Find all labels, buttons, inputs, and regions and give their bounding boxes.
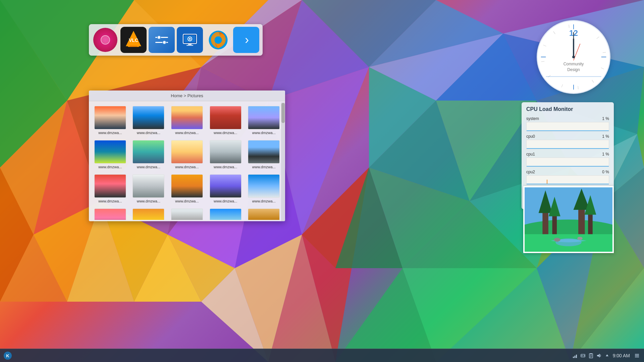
system-tray <box>572 353 610 359</box>
thumb-label-1: www.dmzwa... <box>137 131 160 135</box>
scrollbar[interactable] <box>281 103 285 221</box>
cpu-monitor-title: CPU Load Monitor <box>526 106 609 112</box>
thumb-label-13: www.dmzwa... <box>214 199 237 203</box>
clock-face: 12 Community Design <box>537 20 610 94</box>
cpu0-value: 1 % <box>602 134 609 139</box>
taskbar-time: 9:00 AM <box>613 353 630 358</box>
svg-line-77 <box>577 86 580 89</box>
cpu1-bar <box>526 158 609 167</box>
svg-point-107 <box>577 237 583 240</box>
dock-item-settings[interactable] <box>149 27 175 53</box>
cpu2-bar <box>526 175 609 185</box>
svg-line-82 <box>553 32 556 34</box>
file-thumb-8[interactable]: www.dmzwa... <box>208 139 244 170</box>
svg-marker-121 <box>597 354 600 358</box>
thumb-label-11: www.dmzwa... <box>137 199 160 203</box>
cpu0-label: cpu0 <box>526 134 535 139</box>
svg-line-81 <box>543 45 546 46</box>
clock-svg: 12 <box>538 21 609 93</box>
cpu-row-1: cpu1 1 % <box>526 152 609 167</box>
scroll-thumb[interactable] <box>281 103 285 123</box>
file-browser-window: Home > Pictures www.dmzwa...www.dmzwa...… <box>89 90 285 221</box>
taskbar-menu-icon[interactable] <box>634 353 640 359</box>
svg-line-78 <box>561 84 563 87</box>
thumb-label-12: www.dmzwa... <box>175 199 199 203</box>
clipboard-icon[interactable] <box>588 353 594 359</box>
taskbar-left: K <box>0 351 13 361</box>
clock-widget: 12 Community Design <box>537 20 610 94</box>
file-thumb-11[interactable]: www.dmzwa... <box>131 173 167 204</box>
dock-item-screenshot[interactable] <box>177 27 203 53</box>
svg-rect-65 <box>186 45 193 46</box>
svg-rect-111 <box>574 356 575 358</box>
dock-item-vlc[interactable]: VLC <box>120 27 147 53</box>
taskbar: K <box>0 349 644 362</box>
file-thumb-2[interactable]: www.dmzwa... <box>169 105 205 136</box>
svg-rect-123 <box>635 354 639 355</box>
dock-item-firefox[interactable] <box>205 27 231 53</box>
file-thumb-15[interactable]: www.dmzwa... <box>92 207 128 220</box>
file-thumb-0[interactable]: www.dmzwa... <box>92 105 128 136</box>
svg-rect-125 <box>635 357 639 357</box>
svg-line-76 <box>591 80 595 83</box>
svg-point-106 <box>554 238 560 242</box>
cpu2-value: 0 % <box>602 170 609 174</box>
thumb-label-8: www.dmzwa... <box>214 165 237 169</box>
file-browser-breadcrumb: Home > Pictures <box>89 90 285 101</box>
dock-item-media-player[interactable] <box>92 27 118 53</box>
file-thumb-13[interactable]: www.dmzwa... <box>208 173 244 204</box>
svg-rect-64 <box>188 44 192 45</box>
thumb-label-6: www.dmzwa... <box>137 165 160 169</box>
svg-rect-112 <box>576 355 577 358</box>
cpu-row-system: system 1 % <box>526 116 609 131</box>
svg-text:K: K <box>6 353 9 358</box>
cpu-row-2: cpu2 0 % <box>526 170 609 185</box>
volume-icon[interactable] <box>596 353 602 359</box>
cpu1-value: 1 % <box>602 152 609 157</box>
svg-point-92 <box>572 56 575 58</box>
svg-point-68 <box>214 36 222 44</box>
file-thumb-6[interactable]: www.dmzwa... <box>131 139 167 170</box>
file-thumb-19[interactable]: www.dmzwa... <box>246 207 282 220</box>
file-thumb-4[interactable]: www.dmzwa... <box>246 105 282 136</box>
photo-widget <box>523 186 614 253</box>
svg-rect-117 <box>590 353 592 354</box>
file-thumb-7[interactable]: www.dmzwa... <box>169 139 205 170</box>
file-thumb-1[interactable]: www.dmzwa... <box>131 105 167 136</box>
cpu-system-bar <box>526 122 609 131</box>
file-thumb-9[interactable]: www.dmzwa... <box>246 139 282 170</box>
clock-community-text: Community Design <box>538 61 609 73</box>
file-thumb-14[interactable]: www.dmzwa... <box>246 173 282 204</box>
svg-rect-110 <box>573 357 574 358</box>
file-thumb-10[interactable]: www.dmzwa... <box>92 173 128 204</box>
file-thumb-12[interactable]: www.dmzwa... <box>169 173 205 204</box>
cpu0-bar <box>526 140 609 149</box>
thumb-label-5: www.dmzwa... <box>98 165 122 169</box>
forest-svg <box>525 187 612 252</box>
thumb-label-7: www.dmzwa... <box>175 165 199 169</box>
svg-marker-122 <box>606 354 608 356</box>
more-icon: › <box>245 33 249 47</box>
svg-line-83 <box>568 25 571 28</box>
thumb-label-0: www.dmzwa... <box>98 131 122 135</box>
drive-icon[interactable] <box>580 353 586 359</box>
svg-point-63 <box>189 38 191 40</box>
file-thumb-17[interactable]: www.dmzwa... <box>169 207 205 220</box>
cpu-system-value: 1 % <box>602 116 609 121</box>
thumb-label-14: www.dmzwa... <box>252 199 276 203</box>
thumb-label-3: www.dmzwa... <box>214 131 237 135</box>
svg-line-73 <box>597 36 599 40</box>
taskbar-right: 9:00 AM <box>572 353 644 359</box>
dock-item-more[interactable]: › <box>233 27 259 53</box>
cpu1-label: cpu1 <box>526 152 535 157</box>
cpu-row-0: cpu0 1 % <box>526 134 609 149</box>
tray-expand-icon[interactable] <box>604 353 610 359</box>
svg-point-114 <box>584 355 585 356</box>
thumb-label-9: www.dmzwa... <box>252 165 276 169</box>
kde-logo-button[interactable]: K <box>3 351 13 361</box>
file-thumb-16[interactable]: www.dmzwa... <box>131 207 167 220</box>
file-thumb-18[interactable]: www.dmzwa... <box>208 207 244 220</box>
network-icon[interactable] <box>572 353 578 359</box>
file-thumb-5[interactable]: www.dmzwa... <box>92 139 128 170</box>
file-thumb-3[interactable]: www.dmzwa... <box>208 105 244 136</box>
